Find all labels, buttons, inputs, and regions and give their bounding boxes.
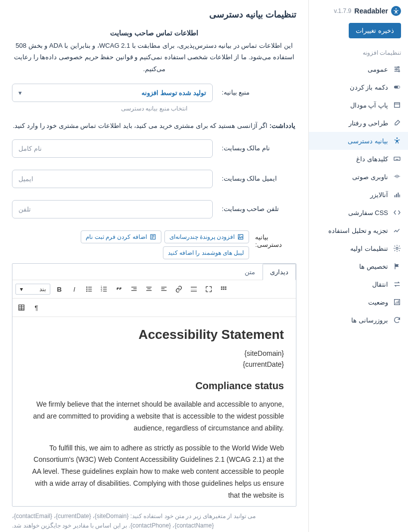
svg-rect-10 [396, 194, 397, 198]
sidebar-item-label: دکمه باز کردن [350, 84, 388, 91]
svg-rect-39 [191, 289, 197, 290]
sidebar-item-9[interactable]: تجزیه و تحلیل استفاده [309, 221, 408, 239]
sidebar-item-10[interactable]: تنظیمات اولیه [309, 239, 408, 257]
sidebar-item-5[interactable]: کلیدهای داغ [309, 150, 408, 168]
svg-point-13 [396, 247, 398, 249]
owner-email-input[interactable] [12, 170, 213, 188]
owner-name-label: نام مالک وبسایت: [222, 139, 296, 152]
svg-rect-32 [146, 287, 152, 288]
svg-point-18 [86, 289, 88, 290]
statement-p1: We firmly believe that the internet shou… [24, 399, 284, 434]
sidebar-item-label: کلیدهای داغ [356, 155, 388, 163]
source-select[interactable]: تولید شده توسط افزونه ▾ [12, 84, 213, 102]
sidebar-item-12[interactable]: انتقال [309, 275, 408, 293]
sidebar-item-1[interactable]: دکمه باز کردن [309, 78, 408, 96]
media-icon [237, 233, 244, 240]
link-button[interactable] [173, 283, 185, 295]
bold-button[interactable]: B [53, 283, 65, 295]
add-form-button[interactable]: اضافه کردن فرم ثبت نام [81, 230, 161, 243]
refresh-icon [393, 316, 401, 324]
owner-phone-input[interactable] [12, 200, 213, 218]
sliders-icon [393, 65, 401, 73]
chevron-down-icon: ▾ [18, 89, 22, 97]
save-button[interactable]: ذخیره تغییرات [349, 23, 401, 38]
sidebar-item-4[interactable]: بیانیه دسترسی [309, 132, 408, 150]
owner-name-input[interactable] [12, 139, 213, 158]
add-labels-button[interactable]: لیبل های هوشمند را اضافه کنید [163, 246, 250, 259]
statement-p2: To fulfill this, we aim to adhere as str… [24, 442, 284, 502]
source-value: تولید شده توسط افزونه [141, 89, 206, 97]
statement-placeholder-domain: {siteDomain} [24, 349, 284, 357]
svg-rect-12 [400, 195, 400, 197]
svg-rect-20 [88, 287, 92, 288]
numbered-list-button[interactable]: 123 [98, 283, 110, 295]
pilcrow-button[interactable]: ¶ [30, 302, 42, 314]
sidebar-item-6[interactable]: ناوبری صوتی [309, 168, 408, 186]
sidebar-item-14[interactable]: بروزرسانی ها [309, 311, 408, 329]
editor-body[interactable]: Accessibility Statement {siteDomain} {cu… [12, 317, 296, 506]
rich-editor: دیداری متن بند▾ B I 123 [12, 263, 296, 507]
sidebar: Readabler v.1.7.9 ذخیره تغییرات تنظیمات … [308, 0, 408, 532]
sidebar-item-7[interactable]: آنالایزر [309, 186, 408, 204]
table-button[interactable] [15, 302, 27, 314]
blockquote-button[interactable] [113, 283, 125, 295]
svg-rect-11 [398, 193, 399, 197]
align-center-button[interactable] [143, 283, 155, 295]
sidebar-item-0[interactable]: عمومی [309, 60, 408, 78]
sidebar-item-label: ناوبری صوتی [352, 173, 388, 181]
svg-point-2 [396, 69, 397, 70]
source-label: منبع بیانیه: [222, 84, 296, 96]
accessibility-icon [393, 137, 401, 145]
window-icon [393, 101, 401, 109]
editor-toolbar-1: بند▾ B I 123 [12, 280, 296, 299]
svg-point-1 [398, 67, 399, 68]
sidebar-section-title: تنظیمات افزونه [309, 46, 408, 60]
italic-button[interactable]: I [68, 283, 80, 295]
sidebar-item-3[interactable]: طراحی و رفتار [309, 114, 408, 132]
sidebar-item-label: بیانیه دسترسی [348, 137, 388, 145]
tab-text[interactable]: متن [237, 264, 263, 280]
status-icon [393, 298, 401, 306]
svg-rect-6 [395, 103, 400, 107]
sidebar-item-8[interactable]: CSS سفارشی [309, 204, 408, 221]
svg-rect-40 [191, 291, 197, 292]
sidebar-item-13[interactable]: وضعیت [309, 293, 408, 311]
svg-point-7 [397, 137, 398, 139]
sidebar-item-label: طراحی و رفتار [349, 119, 388, 127]
sidebar-item-label: وضعیت [368, 299, 388, 306]
svg-rect-33 [147, 289, 151, 289]
sidebar-item-label: عمومی [368, 66, 388, 73]
code-icon [393, 209, 401, 216]
svg-rect-46 [225, 289, 227, 290]
sidebar-item-2[interactable]: پاپ آپ مودال [309, 96, 408, 114]
tab-visual[interactable]: دیداری [263, 264, 296, 280]
toggle-icon [393, 83, 401, 91]
chevron-down-icon: ▾ [20, 286, 23, 293]
owner-email-label: ایمیل مالک وبسایت: [222, 170, 296, 182]
sidebar-item-label: تخصیص ها [359, 263, 388, 270]
svg-point-19 [86, 291, 88, 292]
svg-rect-38 [191, 287, 197, 288]
note-body: اگر آژانسی هستید که برای مشتری خرید می ک… [13, 122, 270, 129]
brand-name: Readabler [354, 7, 388, 15]
brand-version: v.1.7.9 [334, 7, 351, 14]
svg-point-0 [396, 8, 397, 9]
svg-rect-42 [223, 287, 225, 288]
sidebar-item-11[interactable]: تخصیص ها [309, 257, 408, 275]
svg-rect-37 [161, 290, 167, 291]
align-right-button[interactable] [128, 283, 140, 295]
svg-rect-44 [221, 289, 223, 290]
fullscreen-button[interactable] [203, 283, 215, 295]
bullet-list-button[interactable] [83, 283, 95, 295]
note-strong: یادداشت: [270, 122, 295, 129]
svg-point-15 [239, 235, 240, 236]
add-media-button[interactable]: افزودن پروندهٔ چندرسانه‌ای [164, 230, 250, 243]
brush-icon [393, 119, 401, 127]
svg-rect-29 [132, 287, 137, 288]
owner-phone-label: تلفن صاحب وبسایت: [222, 200, 296, 213]
insert-more-button[interactable] [188, 283, 200, 295]
align-left-button[interactable] [158, 283, 170, 295]
toolbar-toggle-button[interactable] [218, 283, 230, 295]
transfer-icon [393, 280, 401, 288]
format-select[interactable]: بند▾ [15, 284, 50, 295]
